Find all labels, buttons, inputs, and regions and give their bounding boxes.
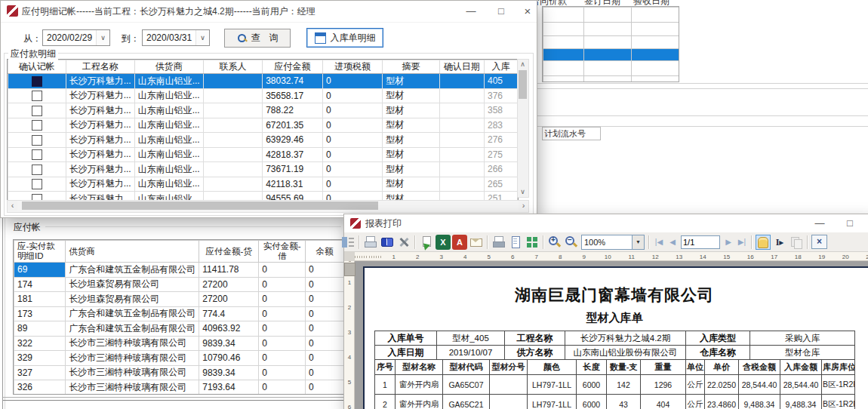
confirm-checkbox[interactable] <box>32 179 42 189</box>
copy-tool-icon[interactable] <box>789 235 804 250</box>
text-select-tool-icon[interactable]: I▸ <box>772 235 787 250</box>
cell-id[interactable]: 326 <box>14 380 66 395</box>
scroll-right-icon[interactable]: › <box>519 201 528 211</box>
scroll-thumb[interactable] <box>519 70 527 99</box>
page-setup-icon[interactable] <box>491 235 506 250</box>
export-excel-icon[interactable]: X <box>436 235 451 250</box>
cell-credit: 0 <box>259 306 306 321</box>
chevron-down-icon[interactable]: ∨ <box>195 30 209 45</box>
col-header-credit[interactable]: 实付金额-借 <box>259 241 306 263</box>
column-header[interactable]: 联系人 <box>203 60 263 74</box>
account-row[interactable]: 329 长沙市三湘特种玻璃有限公司 10790.46 0 0 <box>14 351 344 366</box>
col-header-supplier[interactable]: 供货商 <box>66 241 199 263</box>
ruler-number: 4 <box>454 253 478 259</box>
cell-id[interactable]: 173 <box>14 306 66 321</box>
from-date-combo[interactable]: 2020/02/29 ∨ <box>42 29 110 46</box>
print-preview-area[interactable]: 湖南巨晟门窗幕墙有限公司 型材入库单 入库单号 型材_405 工程名称 长沙万科… <box>344 261 868 409</box>
column-header[interactable]: 确认记帐 <box>8 60 66 74</box>
cell-id[interactable]: 69 <box>14 263 66 278</box>
toc-panel-icon[interactable] <box>340 235 356 250</box>
maximize-button[interactable]: □ <box>490 1 512 22</box>
account-row[interactable]: 327 长沙市三湘特种玻璃有限公司 9839.34 0 0 <box>14 365 344 380</box>
column-header[interactable]: 应付金额 <box>263 60 323 74</box>
book-icon[interactable] <box>380 235 395 250</box>
payable-row[interactable]: 长沙万科魅力... 山东南山铝业... 42118.31 0 型材 265 <box>8 177 518 192</box>
multi-page-icon[interactable] <box>525 235 540 250</box>
confirm-checkbox[interactable] <box>32 76 42 87</box>
payable-row[interactable]: 长沙万科魅力... 山东南山铝业... 67201.35 0 型材 283 <box>8 118 518 133</box>
col-header-id[interactable]: 应-实付款明细ID <box>14 241 66 263</box>
cell-confirm-date <box>439 74 484 89</box>
col-header-debit[interactable]: 应付金额-贷 <box>199 241 259 263</box>
chevron-down-icon[interactable]: ∨ <box>96 30 109 45</box>
payable-row[interactable]: 长沙万科魅力... 山东南山铝业... 35658.17 0 型材 376 <box>8 88 518 103</box>
cell-id[interactable]: 322 <box>14 336 66 351</box>
cell-id[interactable]: 327 <box>14 365 66 380</box>
account-row[interactable]: 326 长沙市三湘特种玻璃有限公司 7193.64 0 0 <box>14 380 344 395</box>
account-row[interactable]: 181 长沙坦森贸易有限公司 27200 0 0 <box>14 292 344 307</box>
dropdown-arrow-icon[interactable]: ▼ <box>632 235 644 249</box>
inbound-detail-button[interactable]: 入库单明细 <box>306 28 383 48</box>
info-value: 型材_405 <box>437 331 505 346</box>
account-row[interactable]: 69 广东合和建筑五金制品有限公司 11411.78 0 0 <box>14 263 344 278</box>
close-button[interactable]: × <box>516 1 539 22</box>
confirm-checkbox[interactable] <box>32 165 42 175</box>
export-file-icon[interactable] <box>419 235 434 250</box>
confirm-checkbox[interactable] <box>32 106 42 116</box>
payable-row[interactable]: 长沙万科魅力... 山东南山铝业... 63929.46 0 型材 276 <box>8 133 518 148</box>
scroll-left-icon[interactable]: ‹ <box>8 201 17 211</box>
cell-id[interactable]: 181 <box>14 292 66 307</box>
payable-row[interactable]: 长沙万科魅力... 山东南山铝业... 73671.19 0 型材 266 <box>8 162 518 177</box>
column-header[interactable]: 入库 <box>484 60 517 74</box>
confirm-checkbox[interactable] <box>32 120 42 131</box>
query-button[interactable]: 查 询 <box>224 29 291 48</box>
column-header[interactable]: 进项税额 <box>322 60 382 74</box>
tools-icon[interactable] <box>396 235 411 250</box>
column-header[interactable]: 供货商 <box>134 60 203 74</box>
cell-id[interactable]: 89 <box>14 321 66 337</box>
column-header[interactable]: 工程名称 <box>66 60 134 74</box>
export-mail-icon[interactable] <box>469 235 484 250</box>
confirm-checkbox[interactable] <box>32 135 42 146</box>
print-icon[interactable] <box>363 235 378 250</box>
export-pdf-icon[interactable]: A <box>452 235 467 250</box>
first-page-icon[interactable]: |◀ <box>652 235 666 250</box>
minimize-button[interactable]: — <box>808 214 831 232</box>
page-number-input[interactable] <box>681 235 720 249</box>
scroll-down-icon[interactable]: ∨ <box>518 187 528 197</box>
close-preview-icon[interactable]: × <box>811 235 827 249</box>
maximize-button[interactable]: □ <box>839 214 861 232</box>
confirm-checkbox[interactable] <box>32 91 42 101</box>
scroll-thumb[interactable] <box>22 201 378 210</box>
account-row[interactable]: 322 长沙市三湘特种玻璃有限公司 9839.34 0 0 <box>14 336 344 351</box>
payable-row[interactable]: 长沙万科魅力... 山东南山铝业... 38032.74 0 型材 405 <box>8 74 518 89</box>
next-page-icon[interactable]: ▶ <box>722 235 735 250</box>
payable-row[interactable]: 长沙万科魅力... 山东南山铝业... 42818.37 0 型材 275 <box>8 147 518 162</box>
report-titlebar[interactable]: 报表打印 — □ × <box>344 214 868 233</box>
account-row[interactable]: 173 广东合和建筑五金制品有限公司 774.4 0 0 <box>14 306 344 321</box>
single-page-icon[interactable] <box>508 235 523 250</box>
confirm-checkbox[interactable] <box>32 149 42 160</box>
minimize-button[interactable]: — <box>460 1 482 22</box>
zoom-out-icon[interactable]: − <box>564 235 579 250</box>
detail-column-header: 颜色 <box>528 360 577 375</box>
zoom-level-combo[interactable]: 100% ▼ <box>581 235 645 250</box>
account-row[interactable]: 89 广东合和建筑五金制品有限公司 40963.92 0 0 <box>14 321 344 337</box>
col-header-balance[interactable]: 余额 <box>306 241 344 263</box>
account-row[interactable]: 174 长沙坦森贸易有限公司 27200 0 0 <box>14 277 344 292</box>
to-date-combo[interactable]: 2020/03/31 ∨ <box>142 29 210 46</box>
last-page-icon[interactable]: ▶| <box>735 235 749 250</box>
payable-row[interactable]: 长沙万科魅力... 山东南山铝业... 788.22 0 型材 358 <box>8 103 518 118</box>
payable-titlebar[interactable]: 应付明细记帐------当前工程：长沙万科魅力之城4.2期------当前用户：… <box>1 1 537 23</box>
prev-page-icon[interactable]: ◀ <box>666 235 679 250</box>
vertical-scrollbar[interactable]: ∧ ∨ <box>517 59 529 198</box>
cell-id[interactable]: 329 <box>14 351 66 366</box>
zoom-in-icon[interactable]: + <box>547 235 562 250</box>
column-header[interactable]: 确认日期 <box>439 60 484 74</box>
hand-tool-icon[interactable] <box>756 235 771 250</box>
horizontal-scrollbar[interactable]: ‹ › <box>7 200 529 213</box>
cell-supplier: 长沙坦森贸易有限公司 <box>66 292 199 307</box>
column-header[interactable]: 摘要 <box>383 60 439 74</box>
cell-id[interactable]: 174 <box>14 277 66 292</box>
scroll-up-icon[interactable]: ∧ <box>518 60 528 69</box>
